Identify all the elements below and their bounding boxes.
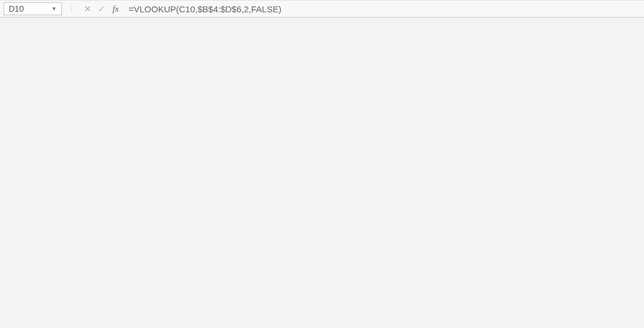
formula-bar: D10 ▼ ⋮ ✕ ✓ fx =VLOOKUP(C10,$B$4:$D$6,2,… xyxy=(0,0,644,18)
cancel-button[interactable]: ✕ xyxy=(81,2,95,16)
formula-text: =VLOOKUP(C10,$B$4:$D$6,2,FALSE) xyxy=(129,4,281,14)
fx-icon[interactable]: fx xyxy=(109,2,123,16)
name-box-dropdown-icon[interactable]: ▼ xyxy=(51,6,57,12)
formula-input[interactable]: =VLOOKUP(C10,$B$4:$D$6,2,FALSE) xyxy=(123,2,640,15)
enter-button[interactable]: ✓ xyxy=(95,2,109,16)
name-box[interactable]: D10 ▼ xyxy=(4,2,62,15)
separator: ⋮ xyxy=(68,5,75,13)
name-box-text: D10 xyxy=(9,4,24,13)
